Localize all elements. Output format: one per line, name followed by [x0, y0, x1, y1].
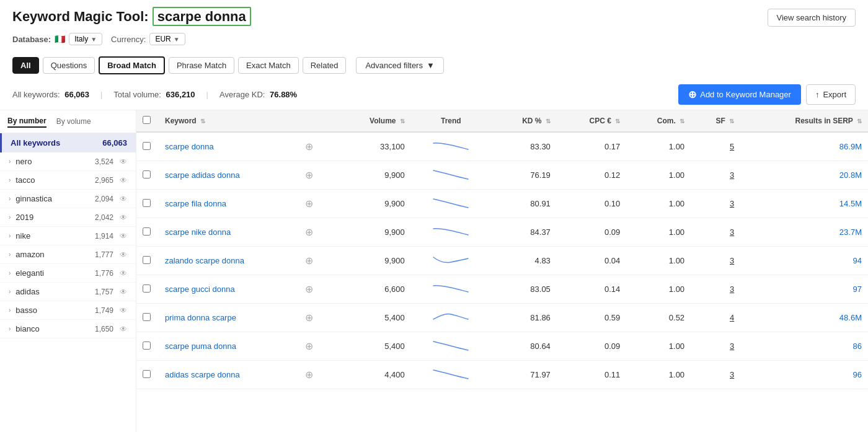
view-history-button[interactable]: View search history: [768, 9, 856, 27]
row-checkbox-cell: [136, 332, 159, 361]
cpc-cell: 0.10: [557, 190, 626, 218]
eye-icon[interactable]: 👁: [120, 250, 127, 259]
sidebar-item[interactable]: › nike 1,914 👁: [0, 227, 136, 245]
eye-icon[interactable]: 👁: [120, 195, 127, 203]
sidebar-item-count: 2,042: [95, 213, 113, 222]
sidebar-item[interactable]: › ginnastica 2,094 👁: [0, 190, 136, 208]
eye-icon[interactable]: 👁: [120, 176, 127, 185]
add-keyword-icon[interactable]: ⊕: [305, 170, 313, 180]
add-keyword-icon[interactable]: ⊕: [305, 255, 313, 266]
eye-icon[interactable]: 👁: [120, 288, 127, 296]
row-checkbox[interactable]: [143, 284, 151, 293]
keyword-link[interactable]: zalando scarpe donna: [165, 256, 244, 265]
add-keyword-icon[interactable]: ⊕: [305, 312, 313, 323]
row-checkbox-cell: [136, 218, 159, 247]
add-keyword-icon[interactable]: ⊕: [305, 227, 313, 237]
table-row: prima donna scarpe ⊕ 5,400 81.86 0.59 0.…: [136, 304, 868, 332]
volume-cell: 9,900: [334, 247, 411, 275]
add-cell: ⊕: [295, 332, 334, 361]
database-label: Database:: [12, 35, 51, 44]
sidebar-item-label: nike: [16, 231, 92, 240]
th-checkbox: [136, 110, 159, 132]
tab-all[interactable]: All: [12, 57, 39, 74]
sort-by-number-button[interactable]: By number: [7, 115, 46, 128]
sidebar-item-label: ginnastica: [16, 194, 92, 203]
sort-by-volume-button[interactable]: By volume: [56, 115, 91, 128]
add-keyword-icon[interactable]: ⊕: [305, 341, 313, 351]
total-volume-label: Total volume:: [113, 90, 161, 99]
sort-icon-kd: ⇅: [546, 118, 551, 125]
row-checkbox[interactable]: [143, 313, 151, 321]
tab-broad-match[interactable]: Broad Match: [99, 56, 165, 74]
eye-icon[interactable]: 👁: [120, 157, 127, 166]
keyword-cell: adidas scarpe donna: [159, 361, 295, 389]
sf-cell: 3: [691, 218, 740, 247]
tab-related[interactable]: Related: [303, 57, 347, 74]
keyword-link[interactable]: scarpe nike donna: [165, 227, 231, 237]
sidebar-items: › nero 3,524 👁 › tacco 2,965 👁 › ginnast…: [0, 152, 136, 338]
page-title: Keyword Magic Tool: scarpe donna: [12, 9, 251, 25]
export-button[interactable]: ↑ Export: [806, 84, 856, 105]
keyword-link[interactable]: scarpe adidas donna: [165, 170, 240, 180]
keyword-link[interactable]: scarpe fila donna: [165, 199, 226, 208]
kd-cell: 84.37: [491, 218, 557, 247]
th-cpc: CPC € ⇅: [557, 110, 626, 132]
row-checkbox[interactable]: [143, 370, 151, 378]
eye-icon[interactable]: 👁: [120, 269, 127, 278]
advanced-filters-button[interactable]: Advanced filters ▼: [356, 57, 443, 74]
row-checkbox[interactable]: [143, 170, 151, 179]
sidebar-item[interactable]: › basso 1,749 👁: [0, 301, 136, 320]
main-content: By number By volume All keywords 66,063 …: [0, 110, 868, 432]
keyword-link[interactable]: scarpe gucci donna: [165, 284, 235, 294]
keyword-link[interactable]: scarpe puma donna: [165, 342, 236, 351]
keyword-link[interactable]: scarpe donna: [165, 142, 214, 151]
eye-icon[interactable]: 👁: [120, 213, 127, 222]
add-keyword-icon[interactable]: ⊕: [305, 284, 313, 294]
add-to-keyword-manager-button[interactable]: ⊕ Add to Keyword Manager: [678, 84, 801, 105]
row-checkbox[interactable]: [143, 227, 151, 236]
sidebar-item-count: 2,094: [95, 195, 113, 203]
currency-dropdown[interactable]: EUR ▼: [149, 33, 185, 45]
sidebar-item-count: 1,757: [95, 288, 113, 296]
sidebar-item[interactable]: › nero 3,524 👁: [0, 152, 136, 171]
country-dropdown[interactable]: Italy ▼: [69, 33, 102, 45]
sidebar-item[interactable]: › adidas 1,757 👁: [0, 283, 136, 301]
keyword-link[interactable]: adidas scarpe donna: [165, 370, 240, 379]
tab-questions[interactable]: Questions: [43, 57, 95, 74]
add-cell: ⊕: [295, 190, 334, 218]
tab-exact-match[interactable]: Exact Match: [238, 57, 299, 74]
eye-icon[interactable]: 👁: [120, 306, 127, 315]
keyword-cell: prima donna scarpe: [159, 304, 295, 332]
kd-cell: 4.83: [491, 247, 557, 275]
sidebar-item-count: 1,749: [95, 306, 113, 315]
row-checkbox[interactable]: [143, 199, 151, 207]
sidebar-item[interactable]: › 2019 2,042 👁: [0, 208, 136, 227]
sidebar-item[interactable]: › tacco 2,965 👁: [0, 171, 136, 190]
row-checkbox[interactable]: [143, 342, 151, 350]
cpc-cell: 0.09: [557, 218, 626, 247]
add-keyword-icon[interactable]: ⊕: [305, 369, 313, 380]
com-cell: 0.52: [626, 304, 691, 332]
sidebar-all-keywords[interactable]: All keywords 66,063: [0, 133, 136, 152]
eye-icon[interactable]: 👁: [120, 325, 127, 333]
row-checkbox-cell: [136, 304, 159, 332]
sidebar-item[interactable]: › eleganti 1,776 👁: [0, 264, 136, 283]
sidebar-item-label: adidas: [16, 287, 92, 296]
com-cell: 1.00: [626, 161, 691, 190]
row-checkbox[interactable]: [143, 256, 151, 264]
volume-cell: 33,100: [334, 132, 411, 161]
sidebar-item[interactable]: › bianco 1,650 👁: [0, 320, 136, 338]
sidebar-item[interactable]: › amazon 1,777 👁: [0, 245, 136, 264]
keyword-link[interactable]: prima donna scarpe: [165, 313, 236, 322]
plus-icon: ⊕: [688, 89, 696, 100]
row-checkbox[interactable]: [143, 142, 151, 150]
tab-phrase-match[interactable]: Phrase Match: [169, 57, 234, 74]
add-keyword-icon[interactable]: ⊕: [305, 198, 313, 209]
table-body: scarpe donna ⊕ 33,100 83.30 0.17 1.00 5 …: [136, 132, 868, 389]
table-row: scarpe donna ⊕ 33,100 83.30 0.17 1.00 5 …: [136, 132, 868, 161]
select-all-checkbox[interactable]: [143, 116, 151, 124]
add-cell: ⊕: [295, 132, 334, 161]
add-keyword-icon[interactable]: ⊕: [305, 141, 313, 152]
eye-icon[interactable]: 👁: [120, 232, 127, 240]
avg-kd-value: 76.88%: [270, 90, 297, 99]
